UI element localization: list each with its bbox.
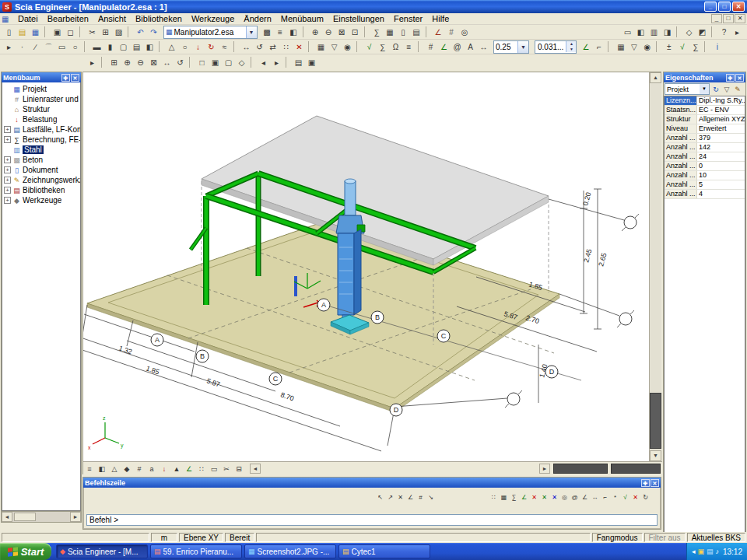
menu-fenster[interactable]: Fenster bbox=[389, 13, 427, 24]
copy-icon[interactable]: ⊞ bbox=[99, 26, 112, 38]
filter-icon[interactable]: ▽ bbox=[328, 40, 341, 53]
section-icon[interactable]: ✂ bbox=[220, 463, 233, 474]
pencil-icon[interactable]: ✎ bbox=[732, 84, 743, 95]
next-view-icon[interactable]: ▸ bbox=[270, 56, 283, 68]
funnel-icon[interactable]: ▽ bbox=[721, 84, 732, 95]
supports-display-icon[interactable]: ▲ bbox=[170, 463, 183, 474]
coordinates-icon[interactable]: ∠ bbox=[432, 26, 445, 38]
rectangle-icon[interactable]: ▭ bbox=[55, 40, 68, 53]
menu-werkzeuge[interactable]: Werkzeuge bbox=[187, 13, 239, 24]
line-icon[interactable]: ∕ bbox=[29, 40, 42, 53]
hidden-line-icon[interactable]: ▥ bbox=[647, 26, 661, 38]
start-button[interactable]: Start bbox=[0, 543, 51, 560]
layer-visibility-icon[interactable]: ◉ bbox=[640, 40, 654, 53]
status-unit[interactable]: m bbox=[151, 533, 177, 542]
spinner-up-icon[interactable]: ▲ bbox=[566, 41, 576, 47]
property-row[interactable]: Lizenzn...Dipl.-Ing S.Ry... bbox=[665, 96, 745, 106]
property-row[interactable]: Anzahl ...4 bbox=[665, 190, 745, 199]
command-panel-header[interactable]: Befehlszeile ✚ ✕ bbox=[83, 478, 661, 488]
hide-icons-arrow[interactable]: ◂ bbox=[692, 548, 696, 555]
minimize-button[interactable]: _ bbox=[704, 2, 717, 12]
delete-icon[interactable]: ✕ bbox=[293, 40, 306, 53]
tree-item-projekt[interactable]: ▦Projekt bbox=[2, 84, 80, 94]
image-export-icon[interactable]: ▤ bbox=[292, 56, 305, 68]
dimension-icon[interactable]: ↔ bbox=[477, 40, 490, 53]
view-front-icon[interactable]: ▣ bbox=[209, 56, 222, 68]
surfaces-icon[interactable]: △ bbox=[108, 463, 121, 474]
render-mode-icon[interactable]: ◧ bbox=[96, 463, 108, 474]
shrink-members-icon[interactable]: ▭ bbox=[208, 463, 220, 474]
visibility-icon[interactable]: ◉ bbox=[341, 40, 354, 53]
toolbar-more-icon[interactable]: ▸ bbox=[731, 26, 744, 38]
properties-header[interactable]: Eigenschaften ✚ ✕ bbox=[664, 72, 745, 82]
ucs-icon[interactable]: ∠ bbox=[437, 40, 451, 53]
paste-icon[interactable]: ▨ bbox=[112, 26, 125, 38]
tree-item-zeichnungswerkz[interactable]: +✎Zeichnungswerkz bbox=[2, 175, 80, 185]
relative-icon[interactable]: @ bbox=[570, 492, 580, 502]
expand-icon[interactable]: + bbox=[4, 156, 11, 163]
settings-icon[interactable]: * bbox=[610, 492, 620, 502]
member-axes-icon[interactable]: ∠ bbox=[183, 463, 195, 474]
print-view-icon[interactable]: ▣ bbox=[305, 56, 318, 68]
table-input-icon[interactable]: ▦ bbox=[499, 492, 509, 502]
filter-funnel-icon[interactable]: ▽ bbox=[627, 40, 640, 53]
zoom-rect-icon[interactable]: ⊞ bbox=[107, 56, 121, 68]
steel-check-icon[interactable]: Ω bbox=[389, 40, 402, 53]
property-row[interactable]: Anzahl ...24 bbox=[665, 152, 745, 162]
close-icon[interactable]: ✕ bbox=[71, 74, 79, 82]
view-top-icon[interactable]: □ bbox=[195, 56, 209, 68]
status-plane[interactable]: Ebene XY bbox=[179, 533, 223, 542]
zoom-out-icon[interactable]: ⊖ bbox=[322, 26, 335, 38]
loads-display-icon[interactable]: ↓ bbox=[158, 463, 170, 474]
status-filter[interactable]: Filter aus bbox=[644, 533, 686, 542]
wall-icon[interactable]: ▤ bbox=[130, 40, 143, 53]
grid-toggle-icon[interactable]: ∷ bbox=[195, 463, 208, 474]
menu-ansicht[interactable]: Ansicht bbox=[93, 13, 131, 24]
plate-icon[interactable]: ▢ bbox=[117, 40, 130, 53]
arc-icon[interactable]: ⌒ bbox=[42, 40, 55, 53]
volume-tray-icon[interactable]: ♪ bbox=[715, 548, 719, 555]
hinge-icon[interactable]: ○ bbox=[178, 40, 191, 53]
close-button[interactable]: ✕ bbox=[732, 2, 745, 12]
activity-icon[interactable]: ◧ bbox=[287, 26, 300, 38]
tree-item-stahl[interactable]: ▥Stahl bbox=[2, 145, 80, 155]
select-table-icon[interactable]: ▦ bbox=[314, 40, 328, 53]
docked-panel-handle[interactable] bbox=[611, 464, 661, 474]
property-row[interactable]: StrukturAllgemein XYZ bbox=[665, 115, 745, 124]
property-row[interactable]: Anzahl ...5 bbox=[665, 180, 745, 190]
roof-slab[interactable] bbox=[202, 116, 549, 265]
expand-icon[interactable]: + bbox=[4, 136, 11, 143]
grid-icon[interactable]: # bbox=[445, 26, 458, 38]
tree-item-belastung[interactable]: ↓Belastung bbox=[2, 114, 80, 124]
print-icon[interactable]: ▣ bbox=[51, 26, 64, 38]
tree-item-dokument[interactable]: +▯Dokument bbox=[2, 165, 80, 175]
tree-hscrollbar[interactable]: ◄ ► bbox=[2, 511, 81, 522]
clock[interactable]: 13:12 bbox=[721, 548, 742, 556]
tree-item-lastf-lle-lf-komb[interactable]: +▤Lastfälle, LF-Komb bbox=[2, 124, 80, 135]
cut-icon[interactable]: ✂ bbox=[86, 26, 99, 38]
relative-coord-icon[interactable]: @ bbox=[451, 40, 464, 53]
expand-icon[interactable]: + bbox=[4, 126, 11, 133]
canvas-vscrollbar[interactable]: ▲ ▼ bbox=[650, 72, 661, 461]
3d-scene[interactable]: A B C D A B C D 1.32 1.85 5.87 bbox=[83, 72, 650, 461]
layers-icon[interactable]: ≡ bbox=[274, 26, 287, 38]
pointer-icon[interactable]: ▸ bbox=[86, 56, 99, 68]
pin-icon[interactable]: ✚ bbox=[726, 74, 735, 82]
print-preview-icon[interactable]: ◻ bbox=[64, 26, 77, 38]
spinner-down-icon[interactable]: ▼ bbox=[566, 47, 576, 52]
property-row[interactable]: Staatsn...EC - ENV bbox=[665, 106, 745, 115]
expand-icon[interactable]: + bbox=[4, 197, 11, 204]
expand-icon[interactable]: + bbox=[4, 166, 11, 173]
taskbar-button-59-enrico-pieranu[interactable]: ▤59. Enrico Pieranu... bbox=[150, 544, 242, 558]
floor-plate[interactable] bbox=[87, 220, 559, 412]
expand-icon[interactable]: + bbox=[4, 177, 11, 184]
tables-icon[interactable]: ▦ bbox=[384, 26, 397, 38]
column-icon[interactable]: ▮ bbox=[103, 40, 117, 53]
snap-endpoint-icon[interactable]: ↖ bbox=[375, 492, 385, 502]
text-icon[interactable]: A bbox=[464, 40, 477, 53]
moment-icon[interactable]: ↻ bbox=[205, 40, 218, 53]
close-icon[interactable]: ✕ bbox=[651, 479, 659, 487]
snap-grid-icon[interactable]: # bbox=[416, 492, 426, 502]
volumes-icon[interactable]: ◆ bbox=[121, 463, 133, 474]
calculation-icon[interactable]: ∑ bbox=[689, 40, 702, 53]
